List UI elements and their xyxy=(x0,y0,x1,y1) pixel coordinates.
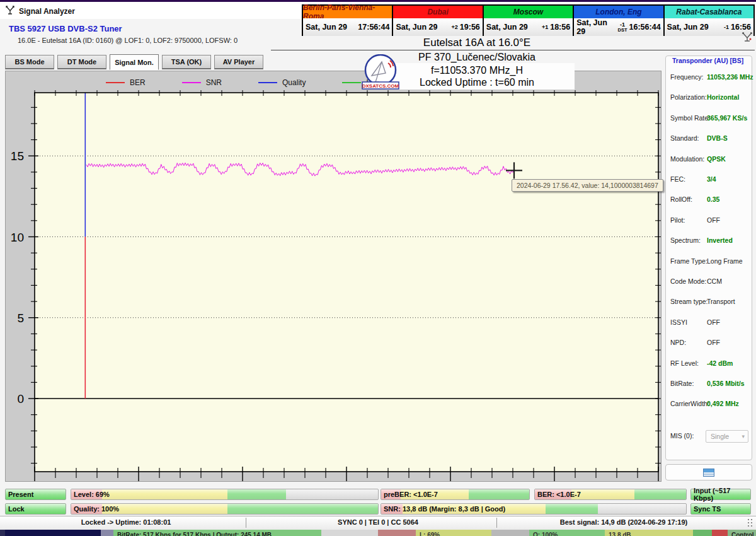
clock-date: Sat, Jun 29 xyxy=(306,23,358,32)
frequency-header: f=11053.370 MHz_H xyxy=(284,65,670,76)
mis-label: MIS (0): xyxy=(670,432,694,440)
clock-offset: -1 xyxy=(724,25,729,30)
field-label: Stream type: xyxy=(670,298,708,305)
clock-time-cell: Sat, Jun 2917:56:44 xyxy=(303,18,392,36)
status-uptime: Locked -> Uptime: 01:08:01 xyxy=(38,518,214,526)
field-value: CCM xyxy=(707,277,722,285)
clock-time-cell: Sat, Jun 29-116:56 xyxy=(665,18,753,36)
bar-segment xyxy=(102,504,228,514)
field-label: Polarization: xyxy=(670,93,707,101)
svg-text:10: 10 xyxy=(11,231,24,244)
clock-time: 18:56 xyxy=(550,23,570,32)
clipped-segment xyxy=(712,530,728,536)
clipped-segment: L: 69% xyxy=(416,530,491,536)
clock-date: Sat, Jun 29 xyxy=(667,23,724,32)
clock-city-header: Rabat-Casablanca xyxy=(665,6,753,18)
transponder-panel-title: Transponder (AU) [BS] xyxy=(670,57,745,64)
clipped-segment xyxy=(101,530,113,536)
clock-time: 17:56:44 xyxy=(358,23,389,32)
bar-ber: BER: <1.0E-7 xyxy=(534,489,687,500)
clock-time-cell: Sat, Jun 29+219:56 xyxy=(393,18,482,36)
field-label: Spectrum: xyxy=(670,236,701,244)
field-label: CarrierWidth: xyxy=(670,400,709,407)
svg-text:15: 15 xyxy=(11,149,24,163)
field-value: OFF xyxy=(707,318,720,326)
clipped-segment xyxy=(693,530,712,536)
field-label: FEC: xyxy=(670,175,685,183)
svg-text:0: 0 xyxy=(17,392,24,405)
bar-quality: Quality: 100% xyxy=(71,503,379,515)
clock-column: London, EngSat, Jun 29-1DST16:56:44 xyxy=(574,6,663,36)
field-label: BitRate: xyxy=(670,380,694,387)
indicator-present: Present xyxy=(5,489,66,500)
tab-bs-mode[interactable]: BS Mode xyxy=(5,55,54,69)
clock-column: DubaiSat, Jun 29+219:56 xyxy=(393,6,482,36)
field-value: Long Frame xyxy=(707,257,743,265)
field-value: DVB-S xyxy=(707,134,728,142)
tab-dt-mode[interactable]: DT Mode xyxy=(57,55,106,69)
clipped-segment xyxy=(378,530,416,536)
clipped-segment: Control xyxy=(728,530,756,536)
field-label: Frequency: xyxy=(670,73,704,81)
field-value: OFF xyxy=(707,339,720,346)
bar-snr: SNR: 13,8 dB (Margin: 8,3 dB | Good) xyxy=(381,503,687,515)
signal-chart-plot[interactable]: 051015 xyxy=(5,71,662,482)
field-value: 365,967 KS/s xyxy=(707,114,747,122)
site-header: PF 370_Lučenec/Slovakia xyxy=(284,52,670,63)
field-label: Modulation: xyxy=(670,155,704,163)
bar-label: SNR: 13,8 dB (Margin: 8,3 dB | Good) xyxy=(384,505,505,513)
app-title: Signal Analyzer xyxy=(19,7,75,16)
legend-label: BER xyxy=(130,78,146,87)
clock-time: 16:56:44 xyxy=(629,23,661,32)
tab-tsa-ok[interactable]: TSA (OK) xyxy=(162,55,211,69)
clock-column: Rabat-CasablancaSat, Jun 29-116:56 xyxy=(665,6,753,36)
legend-item: BER xyxy=(106,78,146,87)
field-label: Standard: xyxy=(670,134,699,142)
clock-time-cell: Sat, Jun 29-1DST16:56:44 xyxy=(574,18,663,36)
export-button[interactable] xyxy=(665,464,752,481)
antenna-icon xyxy=(741,32,753,43)
field-value: 11053,236 MHz xyxy=(707,73,753,81)
resize-grip-icon[interactable] xyxy=(747,518,753,527)
clock-city-header: Berlin-Paris-Vienna-Roma xyxy=(303,6,392,18)
antenna-app-icon xyxy=(5,6,16,16)
chevron-down-icon: ▾ xyxy=(742,433,745,440)
legend-swatch xyxy=(106,82,125,83)
clock-column: Berlin-Paris-Vienna-RomaSat, Jun 2917:56… xyxy=(303,6,392,36)
clipped-segment: 13,8 dB xyxy=(605,530,693,536)
indicator-sync-ts: Sync TS xyxy=(690,503,751,515)
mis-value: Single xyxy=(711,433,729,440)
chart-tooltip: 2024-06-29 17.56.42, value: 14,100000381… xyxy=(512,179,663,192)
field-label: Code Mode: xyxy=(670,277,706,285)
tab-signal-mon[interactable]: Signal Mon. xyxy=(110,54,159,70)
mis-select[interactable]: Single ▾ xyxy=(706,430,748,443)
field-value: -42 dBm xyxy=(707,359,733,367)
field-label: Frame Type: xyxy=(670,257,707,265)
tuner-title: TBS 5927 USB DVB-S2 Tuner xyxy=(9,24,122,33)
legend-swatch xyxy=(258,82,277,83)
clock-offset: +1 xyxy=(542,25,548,30)
indicator-lock: Lock xyxy=(5,503,66,515)
clock-time: 19:56 xyxy=(460,23,480,32)
bar-segment xyxy=(227,504,378,514)
statusbar-divider xyxy=(246,518,246,528)
clipped-segment xyxy=(321,530,378,536)
clock-city-header: London, Eng xyxy=(574,6,663,18)
status-sync: SYNC 0 | TEI 0 | CC 5064 xyxy=(290,518,466,526)
clock-city-header: Dubai xyxy=(393,6,482,18)
bar-label: Quality: 100% xyxy=(74,505,119,513)
clock-time: 16:56 xyxy=(731,23,751,32)
bar-segment xyxy=(546,504,597,514)
mode-tabs: BS ModeDT ModeSignal Mon.TSA (OK)AV Play… xyxy=(5,55,263,70)
field-value: 0,536 Mbit/s xyxy=(707,380,745,387)
header-divider xyxy=(271,50,755,50)
clipped-segment: BitRate: 517 Kbps for 517 Kbps | Output:… xyxy=(113,530,321,536)
bar-segment xyxy=(227,489,286,499)
clipped-segment xyxy=(5,530,101,536)
indicator-input: Input (~517 Kbps) xyxy=(690,489,751,500)
bar-label: preBER: <1.0E-7 xyxy=(384,491,438,498)
bar-level: Level: 69% xyxy=(71,489,379,500)
logo-text: DXSATCS.COM xyxy=(362,83,399,89)
field-value: 3/4 xyxy=(707,175,716,183)
tab-av-player[interactable]: AV Player xyxy=(214,55,263,69)
